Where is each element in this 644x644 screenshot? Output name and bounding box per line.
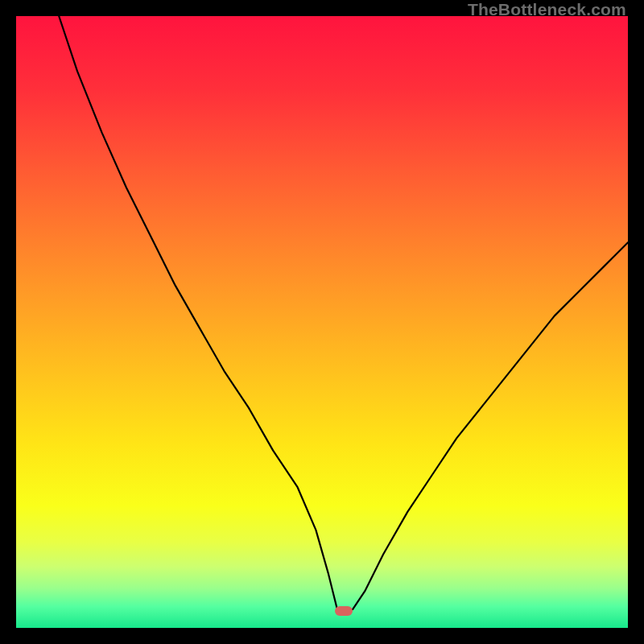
optimal-point-marker [335, 606, 353, 616]
chart-frame: TheBottleneck.com [0, 0, 644, 644]
plot-area [16, 16, 628, 628]
bottleneck-curve [16, 16, 628, 628]
